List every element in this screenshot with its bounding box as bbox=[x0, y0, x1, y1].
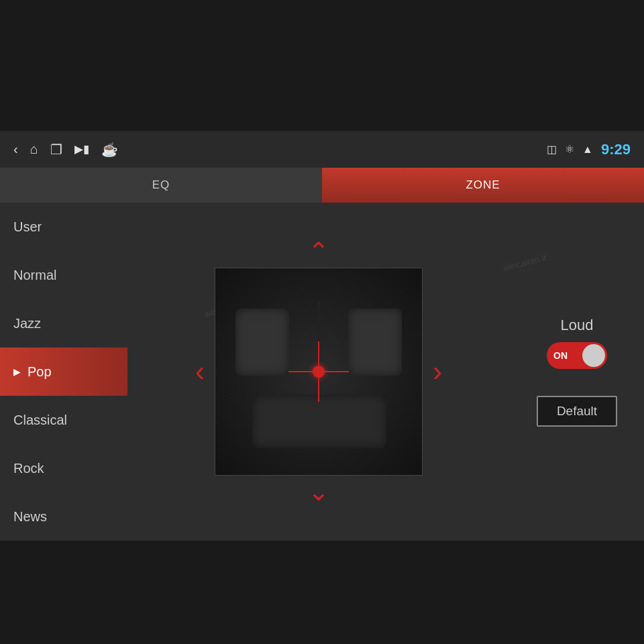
play-icon: ▶ bbox=[13, 366, 21, 377]
status-bar: ‹ ⌂ ❐ ▶▮ ☕ ◫ ⚛ ▲ 9:29 bbox=[0, 131, 644, 168]
car-interior bbox=[215, 268, 422, 475]
main-content: User Normal Jazz ▶ Pop Classical Rock Ne… bbox=[0, 203, 644, 541]
nav-arrow-down-container: ⌄ bbox=[308, 479, 329, 504]
camera-icon[interactable]: ▶▮ bbox=[74, 142, 89, 156]
default-button[interactable]: Default bbox=[537, 396, 617, 427]
car-view-container[interactable] bbox=[215, 268, 423, 476]
time-display: 9:29 bbox=[601, 141, 631, 158]
tabs-row: EQ ZONE bbox=[0, 168, 644, 203]
status-bar-right: ◫ ⚛ ▲ 9:29 bbox=[547, 141, 631, 158]
nav-arrow-up-container: ⌃ bbox=[308, 239, 329, 264]
nav-left-button[interactable]: ‹ bbox=[195, 356, 205, 388]
toggle-thumb bbox=[582, 344, 605, 367]
home-icon[interactable]: ⌂ bbox=[30, 142, 38, 157]
seat-front-left bbox=[235, 309, 289, 376]
loud-label: Loud bbox=[561, 317, 594, 334]
toggle-on-label: ON bbox=[553, 350, 568, 361]
sidebar-item-jazz[interactable]: Jazz bbox=[0, 299, 127, 347]
wifi-icon: ▲ bbox=[582, 144, 593, 156]
sidebar-item-normal[interactable]: Normal bbox=[0, 251, 127, 299]
bag-icon[interactable]: ☕ bbox=[101, 142, 118, 158]
status-bar-left: ‹ ⌂ ❐ ▶▮ ☕ bbox=[13, 142, 535, 158]
tab-zone[interactable]: ZONE bbox=[322, 168, 644, 203]
loud-section: Loud ON bbox=[547, 317, 607, 369]
tab-eq[interactable]: EQ bbox=[0, 168, 322, 203]
nav-up-button[interactable]: ⌃ bbox=[308, 239, 329, 264]
sidebar-item-rock[interactable]: Rock bbox=[0, 444, 127, 492]
back-icon[interactable]: ‹ bbox=[13, 142, 18, 157]
bottom-padding bbox=[0, 541, 644, 644]
seat-front-right bbox=[348, 309, 402, 376]
right-panel: wincairan.ir Loud ON Default bbox=[510, 203, 644, 541]
sidebar-item-news[interactable]: News bbox=[0, 492, 127, 541]
crosshair-dot bbox=[313, 366, 325, 378]
center-area: wincairan.ir wincairan.ir ⌃ ‹ bbox=[127, 203, 510, 541]
sidebar-item-classical[interactable]: Classical bbox=[0, 396, 127, 444]
car-view-row: ‹ bbox=[195, 268, 442, 476]
seat-rear bbox=[252, 394, 386, 448]
nav-right-button[interactable]: › bbox=[433, 356, 442, 388]
cast-icon: ◫ bbox=[547, 143, 557, 156]
sidebar-item-user[interactable]: User bbox=[0, 203, 127, 251]
bluetooth-icon: ⚛ bbox=[565, 143, 574, 156]
nav-down-button[interactable]: ⌄ bbox=[308, 479, 329, 504]
windows-icon[interactable]: ❐ bbox=[50, 142, 62, 158]
sidebar-item-pop[interactable]: ▶ Pop bbox=[0, 347, 127, 396]
loud-toggle[interactable]: ON bbox=[547, 342, 607, 369]
sidebar: User Normal Jazz ▶ Pop Classical Rock Ne… bbox=[0, 203, 127, 541]
